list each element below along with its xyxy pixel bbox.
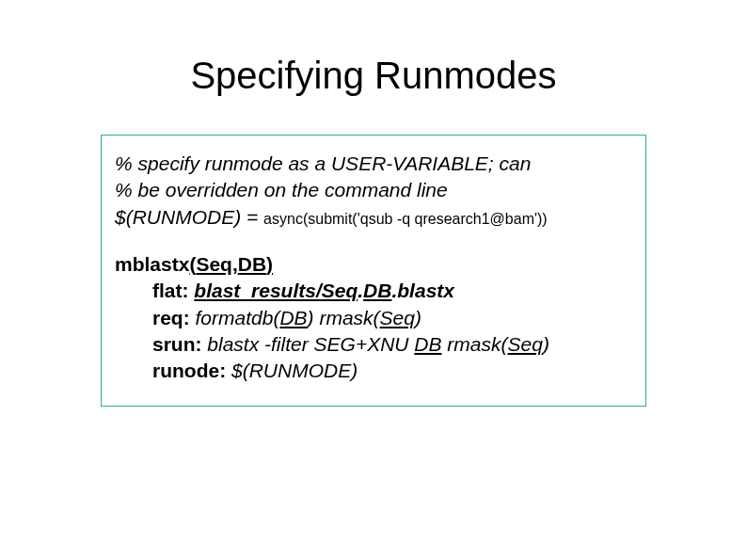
runode-key: runode: [152, 360, 226, 381]
rule-close-paren: ) [266, 253, 273, 275]
flat-seq: Seq [322, 280, 358, 301]
req-key: req: [152, 307, 190, 328]
comment-text: specify runmode as a USER-VARIABLE; can [133, 152, 532, 174]
srun-rmask-close: ) [543, 333, 549, 355]
comment-line-2: % be overridden on the command line [115, 177, 632, 203]
comment-text: be overridden on the command line [133, 179, 448, 200]
flat-suffix: blastx [397, 280, 454, 301]
srun-cmd: blastx -filter SEG+XNU [207, 333, 414, 355]
req-rmask-open: rmask( [319, 307, 379, 328]
flat-key: flat: [152, 280, 189, 301]
percent-sign: % [115, 152, 133, 174]
slide: Specifying Runmodes % specify runmode as… [0, 0, 747, 560]
runmode-assignment: $(RUNMODE) = async(submit('qsub -q qrese… [115, 204, 632, 231]
srun-seq: Seq [508, 333, 543, 355]
srun-key: srun: [152, 333, 202, 355]
req-seq: Seq [380, 307, 415, 328]
flat-db: DB [363, 280, 391, 301]
flat-prefix: blast_results/ [194, 280, 321, 301]
code-box: % specify runmode as a USER-VARIABLE; ca… [101, 135, 646, 407]
flat-line: flat: blast_results/Seq.DB.blastx [115, 278, 632, 304]
runode-line: runode: $(RUNMODE) [115, 358, 632, 384]
srun-line: srun: blastx -filter SEG+XNU DB rmask(Se… [115, 331, 632, 358]
req-formatdb-close: ) [308, 307, 320, 328]
blank-line [115, 231, 632, 251]
runmode-lhs: $(RUNMODE) = [115, 206, 263, 228]
slide-title: Specifying Runmodes [0, 55, 747, 97]
srun-db: DB [414, 333, 441, 355]
comment-line-1: % specify runmode as a USER-VARIABLE; ca… [115, 151, 632, 177]
runode-value: $(RUNMODE) [231, 360, 358, 381]
percent-sign: % [115, 179, 133, 200]
runmode-rhs: async(submit('qsub -q qresearch1@bam')) [263, 211, 548, 227]
req-formatdb-open: formatdb( [196, 307, 280, 328]
srun-rmask-open: rmask( [447, 333, 507, 355]
rule-header: mblastx(Seq,DB) [115, 251, 632, 278]
rule-arg-db: DB [238, 253, 266, 275]
req-line: req: formatdb(DB) rmask(Seq) [115, 305, 632, 331]
rule-name: mblastx [115, 253, 189, 275]
req-rmask-close: ) [415, 307, 421, 328]
rule-arg-seq: Seq [196, 253, 232, 275]
req-db: DB [279, 307, 307, 328]
